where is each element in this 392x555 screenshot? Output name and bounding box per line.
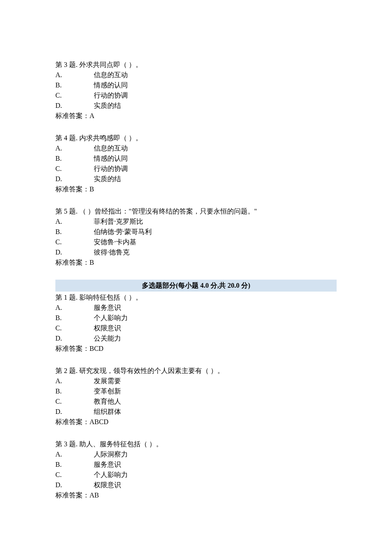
option-b: B.个人影响力: [55, 313, 337, 323]
option-letter: B.: [55, 80, 94, 90]
question-single-5: 第 5 题. （ ）曾经指出："管理没有终结的答案，只要永恒的问题。" A.菲利…: [55, 206, 337, 268]
question-text: （ ）曾经指出："管理没有终结的答案，只要永恒的问题。": [79, 208, 257, 215]
option-letter: B.: [55, 227, 94, 237]
option-text: 实质的结: [94, 102, 121, 109]
question-word-ti: 题.: [69, 134, 78, 142]
option-letter: D.: [55, 333, 94, 344]
option-text: 情感的认同: [94, 81, 128, 89]
option-b: B.变革创新: [55, 386, 337, 396]
option-d: D.公关能力: [55, 333, 337, 344]
answer-value: A: [89, 112, 95, 119]
option-text: 变革创新: [94, 387, 121, 395]
option-c: C.权限意识: [55, 323, 337, 333]
question-word-ti: 题.: [69, 367, 78, 374]
option-letter: A.: [55, 303, 94, 313]
question-number: 2: [64, 367, 67, 374]
answer-line: 标准答案：B: [55, 257, 337, 268]
answer-value: B: [89, 259, 94, 266]
option-text: 服务意识: [94, 304, 121, 311]
option-d: D.彼得·德鲁克: [55, 247, 337, 257]
option-c: C.个人影响力: [55, 470, 337, 480]
option-c: C.安德鲁·卡内基: [55, 237, 337, 247]
section-header-multi: 多选题部分(每小题 4.0 分,共 20.0 分): [55, 280, 337, 292]
option-text: 服务意识: [94, 461, 121, 468]
question-text: 影响特征包括（ ）。: [79, 294, 142, 301]
question-title: 第 2 题. 研究发现，领导有效性的个人因素主要有（ ）。: [55, 366, 337, 376]
question-multi-2: 第 2 题. 研究发现，领导有效性的个人因素主要有（ ）。 A.发展需要 B.变…: [55, 366, 337, 427]
question-multi-1: 第 1 题. 影响特征包括（ ）。 A.服务意识 B.个人影响力 C.权限意识 …: [55, 292, 337, 354]
question-prefix: 第: [55, 134, 62, 142]
answer-line: 标准答案：ABCD: [55, 417, 337, 427]
option-b: B.服务意识: [55, 460, 337, 470]
answer-prefix: 标准答案：: [55, 112, 89, 119]
option-letter: C.: [55, 396, 94, 407]
option-letter: C.: [55, 164, 94, 174]
question-single-3: 第 3 题. 外求共同点即（ ）。 A.信息的互动 B.情感的认同 C.行动的协…: [55, 60, 337, 121]
option-text: 权限意识: [94, 324, 121, 332]
option-text: 教育他人: [94, 398, 121, 405]
option-text: 实质的结: [94, 175, 121, 182]
option-text: 公关能力: [94, 335, 121, 342]
option-letter: B.: [55, 386, 94, 396]
question-number: 5: [64, 208, 67, 215]
question-title: 第 4 题. 内求共鸣感即（ ）。: [55, 133, 337, 143]
option-letter: A.: [55, 376, 94, 386]
answer-value: AB: [89, 491, 99, 499]
answer-value: ABCD: [89, 418, 108, 425]
option-c: C.行动的协调: [55, 164, 337, 174]
option-letter: A.: [55, 143, 94, 153]
option-a: A.信息的互动: [55, 143, 337, 153]
answer-prefix: 标准答案：: [55, 418, 89, 425]
option-c: C.行动的协调: [55, 90, 337, 101]
option-letter: A.: [55, 217, 94, 227]
question-text: 外求共同点即（ ）。: [79, 61, 142, 68]
question-word-ti: 题.: [69, 61, 78, 68]
option-text: 彼得·德鲁克: [94, 249, 130, 256]
option-d: D.实质的结: [55, 174, 337, 184]
option-text: 伯纳德·劳·蒙哥马利: [94, 228, 152, 235]
option-text: 个人影响力: [94, 314, 128, 321]
question-title: 第 3 题. 助人、服务特征包括（ ）。: [55, 439, 337, 449]
option-text: 信息的互动: [94, 71, 128, 78]
answer-line: 标准答案：B: [55, 184, 337, 194]
option-text: 发展需要: [94, 377, 121, 384]
question-title: 第 5 题. （ ）曾经指出："管理没有终结的答案，只要永恒的问题。": [55, 206, 337, 217]
option-letter: B.: [55, 460, 94, 470]
question-text: 助人、服务特征包括（ ）。: [79, 440, 163, 448]
question-word-ti: 题.: [69, 440, 78, 448]
option-text: 行动的协调: [94, 92, 128, 99]
question-title: 第 1 题. 影响特征包括（ ）。: [55, 292, 337, 303]
answer-line: 标准答案：A: [55, 111, 337, 121]
option-letter: B.: [55, 313, 94, 323]
option-letter: B.: [55, 153, 94, 164]
question-prefix: 第: [55, 367, 62, 374]
option-text: 人际洞察力: [94, 451, 128, 458]
option-d: D.组织群体: [55, 407, 337, 417]
option-letter: D.: [55, 407, 94, 417]
question-title: 第 3 题. 外求共同点即（ ）。: [55, 60, 337, 70]
option-text: 菲利普·克罗斯比: [94, 218, 143, 225]
option-text: 行动的协调: [94, 165, 128, 172]
section-header-text: 多选题部分(每小题 4.0 分,共 20.0 分): [142, 282, 251, 289]
answer-prefix: 标准答案：: [55, 491, 89, 499]
option-letter: A.: [55, 70, 94, 80]
question-word-ti: 题.: [69, 294, 78, 301]
option-d: D.权限意识: [55, 480, 337, 490]
option-letter: D.: [55, 101, 94, 111]
option-letter: C.: [55, 90, 94, 101]
question-prefix: 第: [55, 440, 62, 448]
option-a: A.服务意识: [55, 303, 337, 313]
question-word-ti: 题.: [69, 208, 78, 215]
option-text: 组织群体: [94, 408, 121, 415]
option-text: 信息的互动: [94, 145, 128, 152]
option-text: 权限意识: [94, 481, 121, 489]
answer-line: 标准答案：BCD: [55, 344, 337, 354]
answer-value: B: [89, 185, 94, 193]
option-letter: C.: [55, 323, 94, 333]
question-number: 3: [64, 61, 67, 68]
option-b: B.情感的认同: [55, 153, 337, 164]
question-multi-3: 第 3 题. 助人、服务特征包括（ ）。 A.人际洞察力 B.服务意识 C.个人…: [55, 439, 337, 500]
question-number: 3: [64, 440, 67, 448]
question-number: 1: [64, 294, 67, 301]
option-a: A.发展需要: [55, 376, 337, 386]
